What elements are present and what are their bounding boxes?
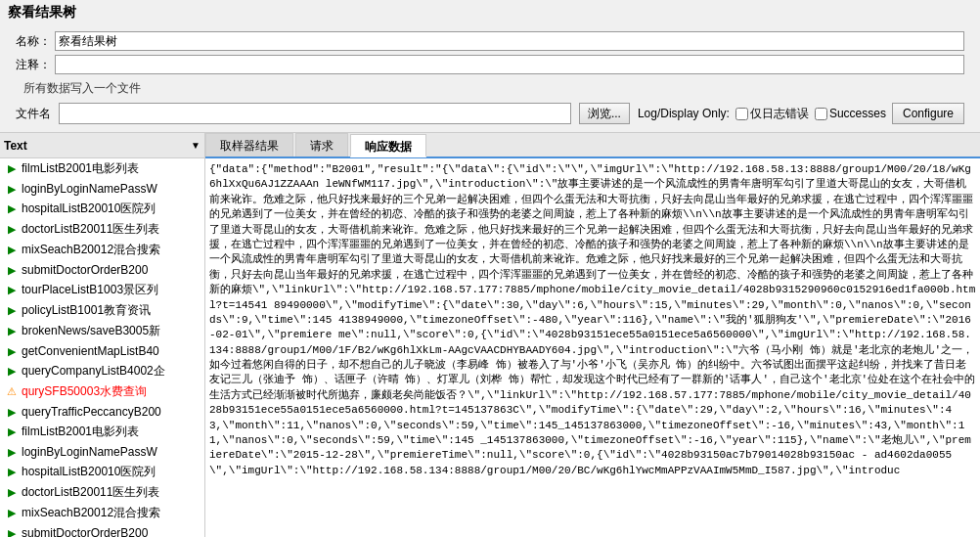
tree-item[interactable]: ▶mixSeachB20012混合搜索: [0, 240, 204, 260]
green-check-icon: ▶: [4, 222, 20, 238]
errors-checkbox-label[interactable]: 仅日志错误: [735, 106, 809, 122]
file-input[interactable]: [59, 103, 571, 124]
errors-checkbox[interactable]: [735, 108, 748, 120]
bottom-row: 文件名 浏览... Log/Display Only: 仅日志错误 Succes…: [16, 103, 964, 124]
tree-item[interactable]: ▶getConvenientMapListB40: [0, 341, 204, 361]
tree-item-label: mixSeachB20012混合搜索: [22, 242, 160, 258]
green-check-icon: ▶: [4, 262, 20, 278]
tree-item[interactable]: ▶queryCompanyListB4002企: [0, 361, 204, 381]
all-data-label: 所有数据写入一个文件: [16, 78, 964, 99]
green-check-icon: ▶: [4, 506, 20, 521]
tabs-bar: 取样器结果请求响应数据: [205, 133, 980, 158]
green-check-icon: ▶: [4, 485, 20, 501]
tree-item[interactable]: ▶queryTrafficPeccancyB200: [0, 402, 204, 422]
tree-item[interactable]: ▶brokenNews/saveB3005新: [0, 321, 204, 341]
green-check-icon: ▶: [4, 465, 20, 480]
green-check-icon: ▶: [4, 444, 20, 460]
tree-item-label: doctorListB20011医生列表: [22, 221, 159, 238]
green-check-icon: ▶: [4, 243, 20, 258]
tree-item-label: queryTrafficPeccancyB200: [22, 405, 161, 419]
tree-item[interactable]: ▶doctorListB20011医生列表: [0, 482, 204, 503]
tree-item[interactable]: ▶hospitalListB20010医院列: [0, 199, 204, 219]
tree-item-label: policyListB1001教育资讯: [22, 302, 151, 319]
tree-item-label: submitDoctorOrderB200: [22, 263, 148, 277]
tree-item[interactable]: ▶loginByLoginNamePassW: [0, 442, 204, 462]
file-label: 文件名: [16, 106, 51, 122]
left-header: Text ▼: [0, 133, 204, 158]
content-area: Text ▼ ▶filmListB2001电影列表▶loginByLoginNa…: [0, 133, 980, 537]
tab-0[interactable]: 取样器结果: [205, 133, 293, 157]
response-content: {"data":{"method":"B2001","result":"{\"d…: [205, 158, 980, 537]
green-check-icon: ▶: [4, 161, 20, 177]
green-check-icon: ▶: [4, 525, 20, 537]
tree-item[interactable]: ▶hospitalListB20010医院列: [0, 462, 204, 482]
green-check-icon: ▶: [4, 364, 20, 380]
browse-button[interactable]: 浏览...: [579, 103, 630, 124]
successes-label: Successes: [829, 107, 886, 120]
tree-item-label: loginByLoginNamePassW: [22, 182, 157, 196]
successes-checkbox-label[interactable]: Successes: [815, 107, 886, 120]
tree-item-label: tourPlaceListB1003景区列: [22, 282, 158, 298]
log-display-row: Log/Display Only: 仅日志错误 Successes Config…: [638, 103, 964, 124]
comment-input[interactable]: [55, 55, 964, 74]
green-check-icon: ▶: [4, 324, 20, 339]
tree-item-label: getConvenientMapListB40: [22, 344, 159, 358]
tree-item[interactable]: ▶submitDoctorOrderB200: [0, 260, 204, 280]
tree-item[interactable]: ▶policyListB1001教育资讯: [0, 300, 204, 321]
tree-item-label: filmListB2001电影列表: [22, 424, 139, 440]
green-check-icon: ▶: [4, 404, 20, 420]
green-check-icon: ▶: [4, 181, 20, 197]
log-display-label: Log/Display Only:: [638, 107, 730, 120]
left-header-label: Text: [4, 139, 191, 153]
tab-1[interactable]: 请求: [295, 133, 348, 157]
main-container: 察看结果树 名称： 注释： 所有数据写入一个文件 文件名 浏览... Log/D…: [0, 0, 980, 537]
name-input[interactable]: [55, 31, 964, 51]
tree-item-label: hospitalListB20010医院列: [22, 464, 156, 480]
left-panel: Text ▼ ▶filmListB2001电影列表▶loginByLoginNa…: [0, 133, 205, 537]
tree-item-label: qurySFB50003水费查询: [22, 383, 147, 400]
tab-2[interactable]: 响应数据: [350, 134, 426, 157]
panel-title: 察看结果树: [8, 4, 972, 22]
name-label: 名称：: [16, 33, 55, 50]
configure-button[interactable]: Configure: [892, 103, 964, 124]
tree-item-label: hospitalListB20010医院列: [22, 201, 156, 217]
top-panel: 察看结果树 名称： 注释： 所有数据写入一个文件 文件名 浏览... Log/D…: [0, 0, 980, 133]
name-row: 名称：: [16, 31, 964, 51]
tree-item[interactable]: ▶submitDoctorOrderB200: [0, 523, 204, 537]
warning-icon: ⚠: [4, 384, 20, 400]
tree-item[interactable]: ▶mixSeachB20012混合搜索: [0, 503, 204, 523]
tree-item-label: submitDoctorOrderB200: [22, 526, 148, 537]
tree-item-label: loginByLoginNamePassW: [22, 445, 157, 459]
green-check-icon: ▶: [4, 303, 20, 319]
tree-item[interactable]: ▶filmListB2001电影列表: [0, 422, 204, 442]
tree-item-label: doctorListB20011医生列表: [22, 484, 159, 501]
tree-item[interactable]: ▶filmListB2001电影列表: [0, 158, 204, 179]
comment-row: 注释：: [16, 55, 964, 74]
tree-item[interactable]: ▶loginByLoginNamePassW: [0, 179, 204, 199]
tree-item[interactable]: ⚠qurySFB50003水费查询: [0, 381, 204, 402]
tree-item-label: mixSeachB20012混合搜索: [22, 505, 160, 521]
tree-item[interactable]: ▶doctorListB20011医生列表: [0, 219, 204, 240]
green-check-icon: ▶: [4, 425, 20, 440]
dropdown-arrow-icon[interactable]: ▼: [191, 140, 200, 151]
tree-list[interactable]: ▶filmListB2001电影列表▶loginByLoginNamePassW…: [0, 158, 204, 537]
right-panel: 取样器结果请求响应数据 {"data":{"method":"B2001","r…: [205, 133, 980, 537]
green-check-icon: ▶: [4, 201, 20, 217]
errors-label: 仅日志错误: [750, 106, 809, 122]
tree-item-label: brokenNews/saveB3005新: [22, 323, 160, 339]
green-check-icon: ▶: [4, 283, 20, 298]
successes-checkbox[interactable]: [815, 108, 827, 120]
green-check-icon: ▶: [4, 343, 20, 359]
comment-label: 注释：: [16, 57, 55, 73]
tree-item-label: queryCompanyListB4002企: [22, 363, 165, 380]
tree-item-label: filmListB2001电影列表: [22, 160, 139, 177]
tree-item[interactable]: ▶tourPlaceListB1003景区列: [0, 280, 204, 300]
